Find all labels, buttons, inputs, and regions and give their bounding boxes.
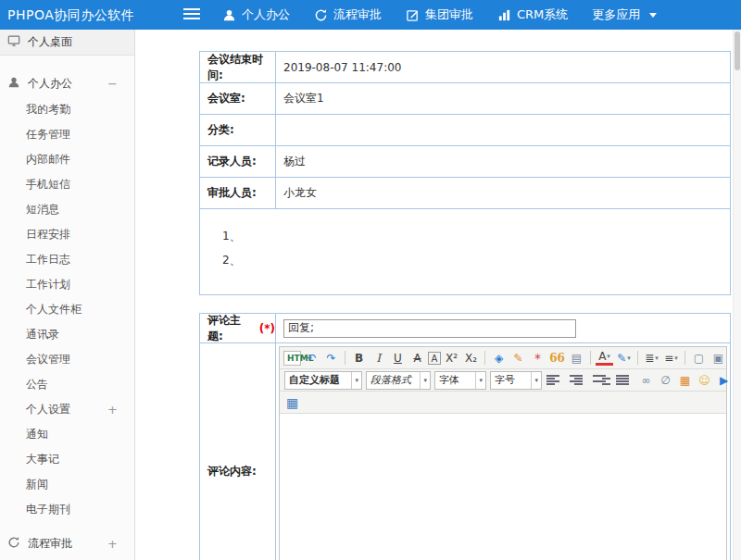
nav-personal-office[interactable]: 个人办公 — [222, 6, 290, 23]
bar-chart-icon — [497, 8, 511, 22]
sidebar-item[interactable]: 电子期刊 — [0, 497, 134, 522]
field-label: 会议结束时间: — [200, 52, 276, 82]
sidebar-item[interactable]: 通讯录 — [0, 322, 134, 347]
redo-icon[interactable]: ↷ — [322, 349, 340, 367]
expand-icon[interactable]: + — [107, 537, 118, 551]
align-center-icon[interactable] — [570, 375, 587, 385]
undo-icon[interactable]: ↶ — [303, 349, 320, 367]
collapse-icon[interactable]: − — [107, 77, 118, 91]
remove-format-icon[interactable]: A — [428, 352, 441, 365]
image-icon[interactable]: ▦ — [676, 371, 694, 390]
bullet-list-icon[interactable]: ≡ — [662, 349, 680, 367]
paragraph-format-select[interactable]: 段落格式 ▾ — [366, 371, 431, 390]
sidebar-item[interactable]: 会议管理 — [0, 347, 134, 372]
meeting-content-cell: 1、 2、 — [200, 209, 730, 294]
sidebar-item[interactable]: 个人文件柜 — [0, 297, 134, 322]
field-label: 会议室: — [200, 83, 276, 114]
sidebar-item[interactable]: 工作日志 — [0, 247, 134, 272]
chevron-down-icon — [649, 13, 657, 18]
code-block-icon[interactable]: ▤ — [568, 349, 585, 367]
heading-select[interactable]: 自定义标题 ▾ — [284, 371, 362, 390]
menu-icon[interactable] — [183, 8, 200, 21]
underline-icon[interactable]: U — [389, 349, 407, 367]
sidebar-item[interactable]: 大事记 — [0, 447, 134, 472]
edit-document-icon — [406, 8, 420, 22]
scrollbar[interactable] — [733, 30, 741, 560]
field-label: 评论内容: — [200, 343, 276, 560]
sidebar-group-workflow-approval[interactable]: 流程审批 + — [0, 529, 134, 557]
italic-icon[interactable]: I — [370, 349, 387, 367]
chevron-down-icon: ▾ — [531, 372, 541, 389]
align-justify-icon[interactable] — [616, 375, 634, 385]
scrollbar-thumb[interactable] — [735, 31, 740, 70]
toolbar-separator — [684, 351, 685, 365]
nav-more-apps[interactable]: 更多应用 — [592, 6, 657, 23]
clear-style-icon[interactable]: * — [529, 349, 546, 367]
preview-icon[interactable]: ▣ — [710, 349, 727, 367]
format-painter-icon[interactable]: ✎ — [509, 349, 527, 367]
nav-group-approval[interactable]: 集团审批 — [406, 6, 473, 23]
font-family-select[interactable]: 字体 ▾ — [434, 371, 486, 390]
sidebar-item[interactable]: 我的考勤 — [0, 97, 134, 122]
top-nav: 个人办公 流程审批 集团审批 CRM系统 更多应用 — [222, 0, 657, 30]
align-left-icon[interactable] — [546, 375, 564, 385]
strikethrough-icon[interactable]: A — [408, 349, 426, 367]
editor-toolbar-row-2: 自定义标题 ▾ 段落格式 ▾ — [280, 369, 726, 392]
toolbar-separator — [484, 351, 485, 365]
form-row: 审批人员: 小龙女 — [200, 178, 730, 209]
sidebar-item[interactable]: 新闻 — [0, 472, 134, 497]
person-icon — [222, 8, 236, 22]
sidebar-item[interactable]: 日程安排 — [0, 222, 134, 247]
subscript-icon[interactable]: X₂ — [462, 349, 480, 367]
field-value — [276, 115, 730, 145]
unlink-icon[interactable]: ∅ — [657, 371, 674, 390]
meeting-content-line: 2、 — [200, 248, 730, 272]
align-right-icon[interactable] — [593, 375, 610, 385]
expand-icon[interactable]: + — [107, 397, 118, 422]
workflow-refresh-icon — [314, 8, 328, 22]
toolbar-separator — [345, 351, 345, 365]
highlight-color-icon[interactable]: ✎ — [615, 349, 633, 367]
link-icon[interactable]: ∞ — [637, 371, 655, 390]
sidebar-item-desktop[interactable]: 个人桌面 — [0, 30, 134, 56]
sidebar-item[interactable]: 短消息 — [0, 197, 134, 222]
field-value: 会议室1 — [276, 83, 730, 114]
font-size-select[interactable]: 字号 ▾ — [490, 371, 542, 390]
table-icon[interactable]: ▦ — [283, 393, 301, 412]
sidebar-item[interactable]: 个人设置 + — [0, 397, 134, 422]
blockquote-icon[interactable]: 66 — [548, 349, 566, 367]
nav-workflow-approval[interactable]: 流程审批 — [314, 6, 382, 23]
meeting-detail-table: 会议结束时间: 2019-08-07 11:47:00 会议室: 会议室1 分类… — [199, 51, 731, 295]
comment-subject-input[interactable] — [283, 319, 576, 338]
form-row: 评论主题: (*) — [200, 314, 730, 343]
sidebar-item[interactable]: 公告 — [0, 372, 134, 397]
font-color-icon[interactable]: A — [596, 350, 613, 366]
field-label: 记录人员: — [200, 146, 276, 177]
sidebar-item[interactable]: 通知 — [0, 422, 134, 447]
emoticon-icon[interactable]: ☺ — [696, 371, 713, 390]
bold-icon[interactable]: B — [350, 349, 368, 367]
form-row: 评论内容: HTML ↶ ↷ — [200, 343, 730, 560]
sidebar-item[interactable]: 工作计划 — [0, 272, 134, 297]
media-icon[interactable]: ▶ — [715, 371, 730, 390]
field-label: 审批人员: — [200, 178, 276, 208]
sidebar-group-personal-office[interactable]: 个人办公 − — [0, 69, 134, 97]
eraser-icon[interactable]: ◈ — [490, 349, 508, 367]
chevron-down-icon: ▾ — [475, 372, 485, 389]
person-icon — [7, 76, 20, 92]
sidebar-item[interactable]: 内部邮件 — [0, 147, 134, 172]
ordered-list-icon[interactable]: ≣ — [643, 349, 660, 367]
nav-crm-system[interactable]: CRM系统 — [497, 6, 568, 23]
comment-form-table: 评论主题: (*) 评论内容: HTML — [199, 313, 731, 560]
new-page-icon[interactable]: ▢ — [690, 349, 708, 367]
editor-content-area[interactable] — [280, 414, 726, 560]
sidebar-item[interactable]: 手机短信 — [0, 172, 134, 197]
html-source-button[interactable]: HTML — [283, 351, 301, 366]
sidebar: 个人桌面 个人办公 − 我的考勤 任务管理 内部邮件 — [0, 30, 135, 560]
desktop-icon — [7, 34, 20, 50]
sidebar-item[interactable]: 任务管理 — [0, 122, 134, 147]
meeting-content-line: 1、 — [200, 224, 730, 248]
workflow-refresh-icon — [7, 536, 20, 552]
field-value: 杨过 — [276, 146, 730, 177]
superscript-icon[interactable]: X² — [443, 349, 460, 367]
